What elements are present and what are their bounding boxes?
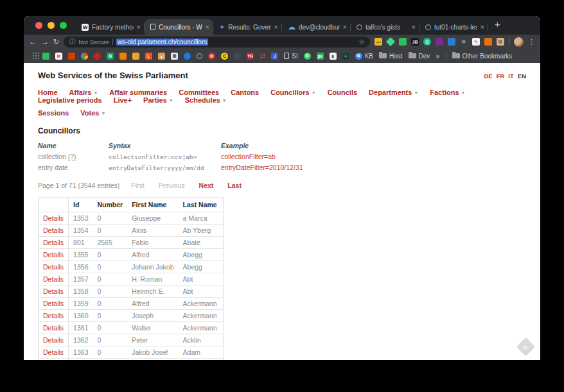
profile-avatar[interactable] — [514, 37, 524, 47]
si-bookmark[interactable]: SI — [284, 53, 297, 60]
checker-bookmark[interactable]: ▦ — [171, 53, 178, 60]
browser-tab-2[interactable]: Councillors - Web× — [145, 19, 213, 35]
details-link[interactable]: Details — [43, 348, 64, 356]
nav-item-affairs[interactable]: Affairs▼ — [69, 89, 98, 96]
browser-tab-1[interactable]: WFactory method pa× — [76, 19, 145, 35]
zoom-window-button[interactable] — [60, 22, 67, 29]
url-text[interactable]: ws-old.parlament.ch/councillors — [116, 38, 209, 46]
browser-tab-6[interactable]: tut01-charts-lesso× — [419, 19, 488, 35]
dev-folder-bookmark[interactable]: Dev — [409, 53, 430, 60]
green-diamond-extension-icon[interactable] — [386, 37, 395, 46]
grammarly-extension-icon[interactable]: G — [423, 38, 431, 46]
nav-item-cantons[interactable]: Cantons — [231, 89, 259, 96]
details-link[interactable]: Details — [43, 336, 64, 344]
details-link[interactable]: Details — [43, 300, 64, 307]
doc-example-link-2[interactable]: entryDateFilter=2010/12/31 — [221, 164, 526, 171]
gold-key-bookmark[interactable] — [132, 53, 139, 60]
other-bookmarks-folder[interactable]: Other Bookmarks — [452, 53, 513, 60]
language-link-it[interactable]: IT — [508, 72, 513, 80]
j-blue-bookmark[interactable]: J — [271, 53, 278, 60]
close-window-button[interactable] — [35, 22, 42, 29]
nav-item-live-[interactable]: Live+ — [114, 96, 132, 104]
nav-item-departments[interactable]: Departments▼ — [369, 89, 418, 96]
tab-close-icon[interactable]: × — [137, 23, 141, 31]
details-link[interactable]: Details — [43, 275, 64, 283]
details-link[interactable]: Details — [43, 226, 64, 234]
doc-hint-link[interactable]: (?) — [68, 153, 76, 161]
host-folder-bookmark[interactable]: Host — [379, 53, 403, 60]
doc-example-link-1[interactable]: collectionFilter=ab — [221, 153, 526, 160]
office-bookmark[interactable] — [68, 53, 75, 60]
details-link[interactable]: Details — [43, 239, 64, 246]
photos-bookmark[interactable] — [81, 53, 88, 60]
browser-tab-4[interactable]: ☁dev@cloudburo | F× — [282, 19, 351, 35]
details-link[interactable]: Details — [43, 214, 64, 222]
nav-item-home[interactable]: Home — [38, 89, 58, 96]
chart-extension-icon[interactable]: ∿ — [472, 38, 480, 46]
amazon-bookmark[interactable]: a — [330, 53, 337, 60]
tab-close-icon[interactable]: × — [480, 23, 484, 31]
plus-teal-bookmark[interactable]: + — [342, 53, 349, 60]
pagination-next-link[interactable]: Next — [199, 182, 214, 189]
details-link[interactable]: Details — [43, 263, 64, 271]
language-link-fr[interactable]: FR — [497, 72, 505, 80]
details-link[interactable]: Details — [43, 251, 64, 259]
minimize-window-button[interactable] — [48, 22, 55, 29]
details-link[interactable]: Details — [43, 324, 64, 332]
bookmark-star-icon[interactable]: ☆ — [358, 38, 365, 46]
gmail-bookmark[interactable]: M — [55, 53, 62, 60]
tab-close-icon[interactable]: × — [206, 23, 209, 31]
forward-icon[interactable]: → — [41, 38, 49, 46]
nav-item-parties[interactable]: Parties▼ — [143, 96, 173, 104]
nav-item-votes[interactable]: Votes▼ — [80, 109, 105, 117]
bookmarks-overflow-chevron[interactable]: » — [436, 52, 439, 60]
kb-bookmark[interactable]: ✿KB — [355, 53, 373, 60]
red-disc-bookmark[interactable] — [94, 53, 101, 60]
blue-extension-icon[interactable] — [448, 38, 455, 46]
tab-close-icon[interactable]: × — [274, 23, 278, 31]
l-orange-bookmark[interactable]: L — [145, 53, 152, 60]
nav-item-councils[interactable]: Councils — [328, 89, 357, 96]
details-link[interactable]: Details — [43, 287, 64, 295]
nav-item-affair-summaries[interactable]: Affair summaries — [109, 89, 167, 96]
yellow-c-bookmark[interactable]: C — [221, 53, 228, 60]
browser-tab-5[interactable]: talfco's gists× — [351, 19, 419, 35]
nav-item-factions[interactable]: Factions▼ — [430, 89, 465, 96]
yellow-dots-extension-icon[interactable]: ••• — [375, 38, 382, 46]
back-icon[interactable]: ← — [29, 38, 37, 46]
language-link-de[interactable]: DE — [484, 72, 492, 80]
pagination-last-link[interactable]: Last — [227, 182, 242, 189]
evernote-bookmark[interactable] — [42, 53, 49, 60]
px-bookmark[interactable]: px — [317, 53, 324, 60]
nav-item-councillors[interactable]: Councillors▼ — [270, 89, 315, 96]
nav-item-legislative-periods[interactable]: Legislative periods — [38, 96, 102, 104]
n-green-bookmark[interactable]: N — [107, 53, 114, 60]
cast-extension-icon[interactable]: ⊟ — [460, 38, 468, 46]
orange-extension-icon[interactable] — [484, 38, 492, 46]
details-link[interactable]: Details — [43, 312, 64, 320]
browser-tab-3[interactable]: ✦Results: Governme× — [213, 19, 282, 35]
apps-grid[interactable] — [30, 55, 37, 56]
web-clipper-icon[interactable]: e — [516, 337, 536, 357]
nav-item-schedules[interactable]: Schedules▼ — [185, 96, 227, 104]
new-tab-button[interactable]: + — [488, 19, 507, 32]
reload-icon[interactable]: ↻ — [53, 38, 59, 46]
nav-item-committees[interactable]: Committees — [179, 89, 219, 96]
tan-extension-icon[interactable]: ⊡ — [497, 38, 504, 46]
browser-menu-icon[interactable]: ⋮ — [528, 38, 535, 46]
purple-extension-icon[interactable] — [436, 38, 443, 46]
mountain-bookmark[interactable]: ▲ — [158, 53, 165, 60]
nav-item-sessions[interactable]: Sessions — [38, 109, 69, 117]
tab-close-icon[interactable]: × — [343, 23, 347, 31]
address-bar[interactable]: ⓘ Not Secure ws-old.parlament.ch/council… — [64, 37, 370, 47]
red-arrows-bookmark[interactable]: ⇄ — [260, 52, 265, 60]
evernote-extension-icon[interactable] — [399, 38, 407, 46]
jetbrains-extension-icon[interactable]: JB — [411, 38, 419, 46]
github-bookmark[interactable] — [197, 53, 202, 59]
yr-bookmark[interactable]: YR — [247, 53, 254, 60]
blue-bucket-bookmark[interactable] — [184, 53, 191, 60]
dark-globe-bookmark[interactable] — [234, 53, 241, 60]
orange-cube-bookmark[interactable] — [119, 53, 127, 60]
tab-close-icon[interactable]: × — [412, 23, 416, 31]
red-target-bookmark[interactable]: ◎ — [208, 53, 215, 60]
